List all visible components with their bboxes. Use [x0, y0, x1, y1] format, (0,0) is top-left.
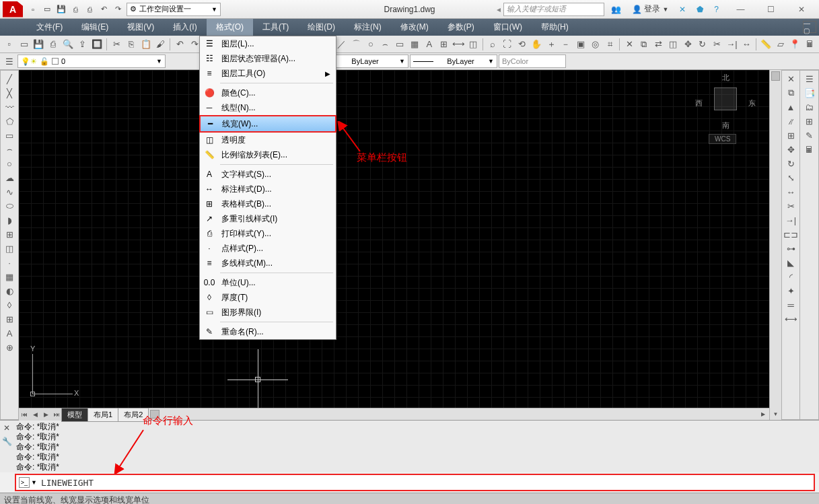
revcloud-icon[interactable]: ☁ [2, 171, 17, 184]
workspace-selector[interactable]: ⚙ 工作空间设置一 ▼ [127, 3, 221, 16]
markup-icon[interactable]: ✎ [802, 129, 817, 142]
menu-item-layers[interactable]: ☰图层(L)... [200, 36, 336, 51]
people-icon[interactable]: 👥 [607, 3, 625, 15]
layer-selector[interactable]: 💡 ☀ 🔓 0 ▼ [17, 55, 166, 68]
rotate-icon[interactable]: ↻ [696, 38, 709, 51]
table-icon[interactable]: ⊞ [437, 38, 451, 51]
menu-item-units[interactable]: 0.0单位(U)... [200, 275, 336, 290]
arc-icon[interactable]: ⌢ [379, 38, 392, 51]
hatch-icon[interactable]: ▦ [2, 270, 17, 283]
maximize-button[interactable]: ☐ [756, 1, 786, 17]
wcs-label[interactable]: WCS [709, 134, 736, 144]
area-icon[interactable]: ▱ [774, 38, 787, 51]
paste-icon[interactable]: 📋 [139, 38, 153, 51]
offset-icon[interactable]: ◫ [666, 38, 680, 51]
tab-prev-icon[interactable]: ◀ [30, 409, 40, 420]
tab-last-icon[interactable]: ⏭ [51, 409, 62, 420]
lineweight-selector[interactable]: ByLayer ▼ [410, 55, 497, 68]
undo-icon[interactable]: ↶ [98, 3, 110, 15]
command-input[interactable] [41, 478, 811, 488]
zoom-win-icon[interactable]: ⌕ [486, 38, 499, 51]
insert-icon[interactable]: ⊞ [2, 227, 17, 241]
menu-item-text-style[interactable]: A文字样式(S)... [200, 167, 336, 182]
block-icon[interactable]: ◫ [467, 38, 480, 51]
command-history[interactable]: 命令: *取消*命令: *取消*命令: *取消*命令: *取消*命令: *取消* [13, 421, 819, 472]
layout-tab[interactable]: 布局2 [118, 408, 149, 422]
minimize-button[interactable]: — [725, 1, 756, 17]
wrench-icon[interactable]: 🔧 [2, 437, 12, 446]
layer-props-icon[interactable]: ☰ [3, 55, 16, 68]
chamfer-icon[interactable]: ◣ [783, 256, 798, 269]
extend-icon[interactable]: →| [783, 213, 798, 227]
dim-icon[interactable]: ⟷ [452, 38, 466, 51]
open-icon[interactable]: ▭ [17, 38, 31, 51]
menu-绘图[interactable]: 绘图(D) [298, 19, 345, 36]
array-icon[interactable]: ⊞ [783, 129, 798, 142]
exchange-icon[interactable]: ✕ [675, 3, 690, 15]
explode-icon[interactable]: ✦ [783, 284, 798, 297]
vertical-scrollbar[interactable]: ▼ [769, 70, 781, 420]
trim-icon[interactable]: ✂ [711, 38, 724, 51]
menu-item-rename[interactable]: ✎重命名(R)... [200, 324, 336, 339]
stretch-icon[interactable]: ↔ [740, 38, 753, 51]
menu-帮助[interactable]: 帮助(H) [532, 19, 578, 36]
menu-编辑[interactable]: 编辑(E) [72, 19, 118, 36]
drawing-canvas[interactable]: YX 北 南 西 东 WCS [19, 70, 769, 408]
pan-icon[interactable]: ✋ [530, 38, 544, 51]
break-icon[interactable]: ⊏⊐ [783, 227, 798, 241]
line-icon[interactable]: ╱ [2, 72, 17, 85]
menu-参数[interactable]: 参数(P) [438, 19, 484, 36]
menu-文件[interactable]: 文件(F) [27, 19, 72, 36]
redo-icon[interactable]: ↷ [112, 3, 124, 15]
pline-icon[interactable]: ⌒ [349, 38, 363, 51]
mdi-restore-button[interactable]: —▢ [803, 21, 816, 33]
preview-icon[interactable]: 🔍 [61, 38, 75, 51]
cube-face[interactable] [714, 87, 737, 110]
ds-icon[interactable]: ⌗ [603, 38, 616, 51]
undo-icon[interactable]: ↶ [173, 38, 186, 51]
close-button[interactable]: ✕ [786, 1, 816, 17]
search-input[interactable]: 输入关键字或短语 [503, 3, 604, 16]
spline-icon[interactable]: ∿ [2, 185, 17, 199]
trim-icon[interactable]: ✂ [783, 199, 798, 213]
layout-tab[interactable]: 模型 [61, 408, 88, 422]
close-icon[interactable]: ✕ [3, 423, 10, 433]
menu-窗口[interactable]: 窗口(W) [484, 19, 532, 36]
circle-icon[interactable]: ○ [2, 157, 17, 170]
calc-icon[interactable]: 🖩 [803, 38, 816, 51]
copy-icon[interactable]: ⎘ [124, 38, 138, 51]
print-icon[interactable]: ⎙ [83, 3, 96, 15]
menu-视图[interactable]: 视图(V) [118, 19, 164, 36]
toolpalette-icon[interactable]: 🗂 [802, 100, 817, 114]
rect-icon[interactable]: ▭ [393, 38, 406, 51]
scroll-right-icon[interactable]: ▶ [758, 410, 768, 419]
menu-item-transparency[interactable]: ◫透明度 [200, 133, 336, 147]
scroll-down-icon[interactable]: ▼ [771, 409, 780, 419]
rotate-icon[interactable]: ↻ [783, 157, 798, 170]
ellipse-icon[interactable]: ⬭ [2, 199, 17, 213]
erase-icon[interactable]: ✕ [783, 72, 798, 85]
line-icon[interactable]: ／ [334, 38, 348, 51]
offset-icon[interactable]: ⫽ [783, 114, 798, 128]
menu-item-mline-style[interactable]: ≡多线样式(M)... [200, 256, 336, 271]
tab-next-icon[interactable]: ▶ [40, 409, 51, 420]
new-icon[interactable]: ▫ [3, 38, 16, 51]
save-icon[interactable]: 💾 [32, 38, 46, 51]
pline-icon[interactable]: 〰 [2, 100, 17, 114]
move-icon[interactable]: ✥ [681, 38, 695, 51]
nav-prev-icon[interactable]: ◂ [497, 5, 501, 14]
copy2-icon[interactable]: ⧉ [637, 38, 651, 51]
match-icon[interactable]: 🖌 [154, 38, 168, 51]
command-line[interactable]: >_ ▼ [15, 474, 815, 491]
calc-icon[interactable]: 🖩 [802, 143, 817, 156]
color-selector[interactable]: ByColor [499, 55, 566, 68]
menu-插入[interactable]: 插入(I) [164, 19, 206, 36]
zoom-prev-icon[interactable]: ⟲ [515, 38, 529, 51]
fillet-icon[interactable]: ◜ [783, 270, 798, 283]
menu-工具[interactable]: 工具(T) [253, 19, 298, 36]
view-cube[interactable]: 北 南 西 东 WCS [695, 73, 756, 147]
menu-item-mleader-style[interactable]: ↗多重引线样式(I) [200, 211, 336, 226]
circle-icon[interactable]: ○ [364, 38, 378, 51]
polygon-icon[interactable]: ⬠ [2, 114, 17, 128]
ellipse-arc-icon[interactable]: ◗ [2, 213, 17, 227]
